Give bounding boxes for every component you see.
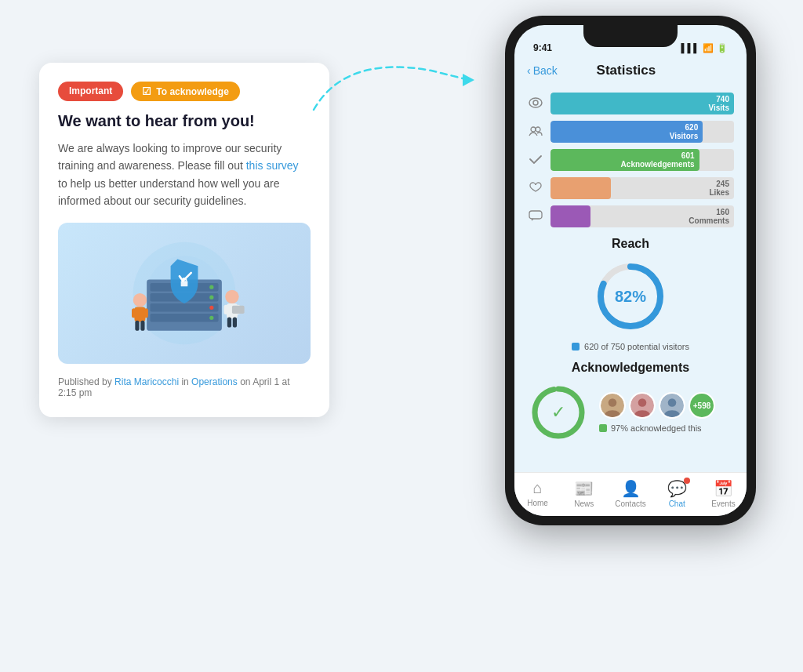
ack-icon: [527, 154, 544, 167]
badge-important: Important: [58, 82, 123, 101]
status-time: 9:41: [533, 42, 552, 53]
card-body-text2: to help us better understand how well yo…: [58, 177, 280, 207]
card-body-link[interactable]: this survey: [246, 159, 299, 172]
svg-rect-17: [140, 320, 144, 330]
visitors-bar: 620Visitors: [550, 121, 703, 143]
reach-container: 82% 620 of 750 potential visitors: [527, 257, 734, 351]
svg-point-29: [536, 127, 540, 132]
svg-rect-20: [223, 304, 227, 314]
ack-bar: 601Acknowledgements: [550, 149, 699, 171]
visitors-label: 620Visitors: [670, 123, 699, 140]
reach-percent: 82%: [615, 288, 646, 306]
svg-point-8: [209, 295, 213, 299]
bottom-nav: ⌂ Home 📰 News 👤 Contacts 💬 Chat: [514, 472, 747, 516]
ack-avatars-group: +598 97% acknowledged this: [599, 392, 715, 433]
comments-bar-wrap: 160Comments: [550, 205, 734, 227]
svg-rect-24: [232, 305, 245, 313]
svg-rect-14: [132, 308, 136, 318]
nav-home-label: Home: [527, 499, 548, 507]
svg-rect-22: [227, 317, 231, 327]
svg-point-36: [609, 398, 617, 407]
card-badges: Important To acknowledge: [58, 82, 311, 101]
scene: Important To acknowledge We want to hear…: [0, 0, 803, 672]
battery-icon: 🔋: [717, 43, 728, 53]
visits-bar: 740Visits: [550, 93, 734, 114]
svg-rect-23: [233, 317, 237, 327]
page-title: Statistics: [558, 63, 695, 78]
ack-avatars: +598: [599, 392, 715, 419]
ack-check-icon: ✓: [551, 402, 565, 423]
reach-donut: 82%: [591, 257, 670, 336]
comments-bar: [550, 205, 590, 227]
svg-point-10: [209, 315, 213, 319]
ack-note: 97% acknowledged this: [599, 423, 715, 433]
footer-author[interactable]: Rita Maricocchi: [114, 376, 179, 387]
nav-contacts-label: Contacts: [615, 499, 645, 508]
nav-events-label: Events: [711, 499, 736, 508]
status-icons: ▌▌▌ 📶 🔋: [681, 43, 728, 53]
card-title: We want to hear from you!: [58, 112, 311, 130]
svg-rect-6: [150, 314, 218, 321]
article-card: Important To acknowledge We want to hear…: [39, 63, 329, 417]
visitors-bar-wrap: 620Visitors: [550, 121, 734, 143]
ack-dot: [599, 424, 607, 432]
svg-point-12: [133, 293, 147, 307]
stats-section: 740Visits 620Visitors: [527, 93, 734, 227]
chevron-left-icon: ‹: [527, 64, 531, 77]
svg-point-27: [533, 100, 538, 105]
avatar-1: [599, 392, 626, 419]
svg-rect-16: [135, 320, 139, 330]
svg-point-18: [225, 289, 238, 303]
arrow-connector: [306, 47, 478, 149]
nav-chat-label: Chat: [669, 499, 685, 508]
avatar-3: [659, 392, 685, 419]
phone-screen: 9:41 ▌▌▌ 📶 🔋 ‹ Back Statistics: [514, 25, 747, 516]
footer-channel[interactable]: Operations: [191, 376, 238, 387]
card-body: We are always looking to improve our sec…: [58, 140, 311, 210]
nav-news[interactable]: 📰 News: [561, 479, 607, 508]
avatar-2: [629, 392, 656, 419]
signal-icon: ▌▌▌: [681, 43, 699, 53]
footer-text2: in: [179, 376, 191, 387]
card-footer: Published by Rita Maricocchi in Operatio…: [58, 376, 311, 398]
phone-header: ‹ Back Statistics: [514, 56, 747, 86]
reach-dot: [572, 343, 580, 351]
contacts-icon: 👤: [621, 479, 641, 498]
avatar-more: +598: [689, 392, 715, 419]
svg-point-7: [209, 285, 213, 289]
back-button[interactable]: ‹ Back: [527, 64, 558, 77]
svg-rect-15: [144, 308, 148, 318]
visits-label: 740Visits: [709, 95, 730, 112]
svg-rect-30: [529, 211, 542, 219]
visits-bar-wrap: 740Visits: [550, 93, 734, 114]
nav-contacts[interactable]: 👤 Contacts: [607, 479, 653, 508]
events-icon: 📅: [714, 479, 733, 498]
svg-marker-25: [463, 74, 474, 86]
svg-point-38: [638, 398, 647, 407]
likes-bar-wrap: 245Likes 245Likes: [550, 177, 734, 199]
likes-icon: [527, 182, 544, 195]
chat-icon: 💬: [667, 479, 687, 498]
nav-events[interactable]: 📅 Events: [700, 479, 747, 508]
nav-home[interactable]: ⌂ Home: [514, 479, 561, 508]
wifi-icon: 📶: [703, 43, 714, 53]
svg-point-28: [531, 127, 536, 132]
ack-note-text: 97% acknowledged this: [611, 423, 702, 433]
reach-note-text: 620 of 750 potential visitors: [584, 342, 689, 351]
ack-donut: ✓: [527, 381, 590, 444]
stat-row-comments: 160Comments: [527, 205, 734, 227]
security-illustration: [58, 223, 311, 364]
svg-point-40: [668, 398, 677, 407]
phone: 9:41 ▌▌▌ 📶 🔋 ‹ Back Statistics: [505, 16, 756, 525]
footer-text1: Published by: [58, 376, 114, 387]
home-icon: ⌂: [533, 479, 543, 497]
visitors-icon: [527, 125, 544, 139]
nav-chat[interactable]: 💬 Chat: [654, 479, 700, 508]
ack-bar-wrap: 601Acknowledgements: [550, 149, 734, 171]
phone-content: 740Visits 620Visitors: [514, 86, 747, 472]
svg-point-9: [209, 305, 213, 309]
svg-point-26: [529, 98, 542, 107]
ack-label: 601Acknowledgements: [621, 151, 695, 169]
svg-rect-13: [134, 307, 145, 321]
stat-row-visitors: 620Visitors: [527, 121, 734, 143]
